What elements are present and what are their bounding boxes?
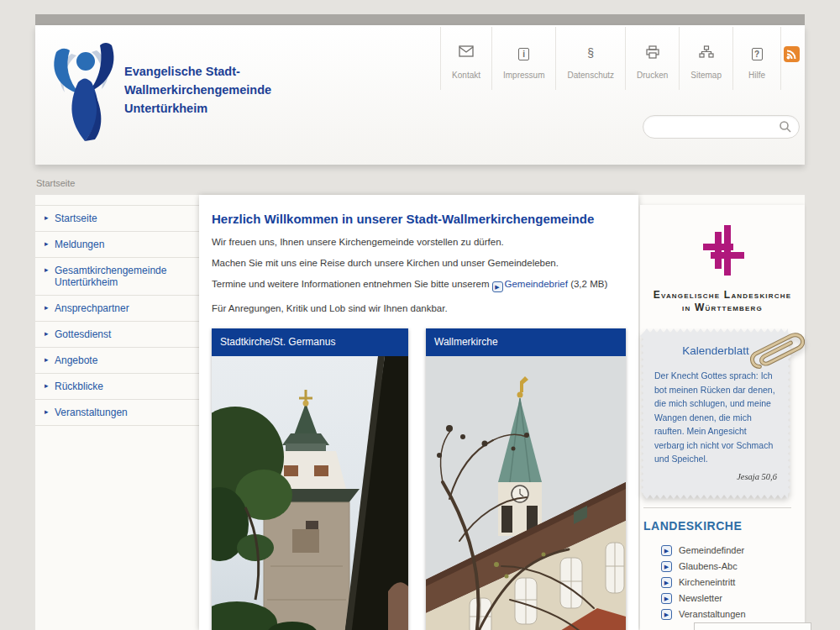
link-label: Kircheneintritt	[679, 577, 735, 587]
arrow-right-icon: ▸	[45, 380, 49, 391]
link-label: Glaubens-Abc	[679, 561, 738, 571]
sidebar-item-label: Angebote	[55, 354, 97, 366]
stadtkirche-photo	[212, 356, 408, 630]
play-link-icon: ▶	[492, 281, 503, 292]
gemeindebrief-prefix: Termine und weitere Informationen entneh…	[212, 279, 490, 289]
closing-paragraph: Für Anregungen, Kritik und Lob sind wir …	[212, 303, 626, 313]
sidebar-item-label: Startseite	[55, 213, 97, 224]
nav-drucken-label: Drucken	[637, 71, 668, 80]
site-title-line2: Wallmerkirchengemeinde	[124, 81, 301, 99]
landeskirche-logo-line2: in Württemberg	[640, 302, 805, 314]
nav-impressum[interactable]: i Impressum	[491, 27, 555, 90]
sidebar-item-ansprechpartner[interactable]: ▸Ansprechpartner	[35, 296, 199, 322]
sidebar-menu: ▸Startseite ▸Meldungen ▸Gesamtkirchengem…	[35, 205, 199, 426]
link-veranstaltungen[interactable]: ▶Veranstaltungen	[659, 609, 805, 620]
printer-icon	[637, 45, 668, 62]
sidebar-item-gottesdienst[interactable]: ▸Gottesdienst	[35, 322, 199, 348]
nav-datenschutz-label: Datenschutz	[567, 71, 614, 80]
page-title: Herzlich Willkommen in unserer Stadt-Wal…	[212, 212, 626, 226]
top-strip	[35, 14, 805, 25]
partial-widget	[694, 622, 811, 630]
sidebar-item-label: Ansprechpartner	[55, 302, 129, 314]
rss-icon[interactable]	[784, 46, 800, 62]
arrow-right-icon: ▸	[45, 406, 49, 417]
main-content: Herzlich Willkommen in unserer Stadt-Wal…	[199, 195, 638, 630]
wallmerkirche-card: Wallmerkirche	[426, 328, 626, 630]
nav-hilfe[interactable]: ? Hilfe	[732, 27, 781, 90]
info-icon: i	[503, 45, 544, 62]
kalenderblatt-verse: Der Knecht Gottes sprach: Ich bot meinen…	[654, 369, 777, 466]
zigzag-edge-top	[643, 328, 788, 333]
arrow-right-icon: ▸	[45, 328, 49, 339]
intro-paragraph-1: Wir freuen uns, Ihnen unsere Kirchengeme…	[212, 237, 626, 247]
nav-hilfe-label: Hilfe	[748, 71, 765, 80]
landeskirche-links: ▶Gemeindefinder ▶Glaubens-Abc ▶Kirchenei…	[659, 545, 805, 620]
stadtkirche-caption: Stadtkirche/St. Germanus	[212, 328, 408, 356]
sidebar-item-startseite[interactable]: ▸Startseite	[35, 206, 199, 232]
paperclip-icon	[743, 325, 827, 384]
sidebar-item-meldungen[interactable]: ▸Meldungen	[35, 232, 199, 258]
search-box	[643, 115, 800, 139]
link-label: Gemeindefinder	[679, 545, 744, 555]
intro-paragraph-2: Machen Sie mit uns eine Reise durch unse…	[212, 258, 626, 268]
page: Evangelische Stadt- Wallmerkirchengemein…	[0, 0, 840, 630]
link-label: Veranstaltungen	[679, 609, 746, 619]
wallmerkirche-photo	[426, 356, 626, 630]
sidebar-item-label: Veranstaltungen	[55, 407, 128, 418]
play-link-icon: ▶	[661, 609, 672, 620]
gemeindebrief-link[interactable]: Gemeindebrief	[505, 279, 568, 289]
search-input[interactable]	[643, 115, 800, 139]
kalenderblatt-source: Jesaja 50,6	[654, 472, 777, 481]
help-icon: ?	[744, 45, 769, 62]
utility-nav: Kontakt i Impressum § Datenschutz Drucke…	[440, 27, 781, 90]
play-link-icon: ▶	[661, 561, 672, 572]
zigzag-edge-left	[640, 333, 643, 495]
photo-row: Stadtkirche/St. Germanus	[212, 328, 626, 630]
link-kircheneintritt[interactable]: ▶Kircheneintritt	[659, 577, 805, 588]
nav-impressum-label: Impressum	[503, 71, 544, 80]
site-title-line1: Evangelische Stadt-	[124, 62, 301, 81]
zigzag-edge-bottom	[643, 495, 788, 499]
arrow-right-icon: ▸	[45, 354, 49, 365]
landeskirche-logo[interactable]: Evangelische Landeskirche in Württemberg	[640, 205, 805, 314]
nav-sitemap[interactable]: Sitemap	[679, 27, 732, 90]
parish-logo[interactable]	[46, 39, 123, 143]
paragraph-icon: §	[567, 45, 614, 62]
right-sidebar: Evangelische Landeskirche in Württemberg	[640, 205, 805, 630]
arrow-right-icon: ▸	[45, 238, 49, 249]
link-gemeindefinder[interactable]: ▶Gemeindefinder	[659, 545, 805, 556]
gemeindebrief-size: (3,2 MB)	[570, 279, 607, 289]
nav-kontakt[interactable]: Kontakt	[440, 27, 491, 90]
site-title[interactable]: Evangelische Stadt- Wallmerkirchengemein…	[124, 62, 301, 118]
wallmerkirche-caption: Wallmerkirche	[426, 328, 626, 356]
nav-kontakt-label: Kontakt	[452, 71, 480, 80]
site-header: Evangelische Stadt- Wallmerkirchengemein…	[35, 25, 805, 165]
link-newsletter[interactable]: ▶Newsletter	[659, 593, 805, 604]
landeskirche-logo-text: Evangelische Landeskirche in Württemberg	[640, 289, 805, 314]
sidebar-item-angebote[interactable]: ▸Angebote	[35, 348, 199, 374]
arrow-right-icon: ▸	[45, 264, 49, 276]
gemeindebrief-paragraph: Termine und weitere Informationen entneh…	[212, 279, 626, 292]
breadcrumb: Startseite	[36, 178, 75, 188]
link-glaubens-abc[interactable]: ▶Glaubens-Abc	[659, 561, 805, 572]
play-link-icon: ▶	[661, 577, 672, 588]
mail-icon	[452, 45, 480, 62]
sidebar-item-label: Gesamtkirchengemeinde Untertürkheim	[55, 265, 166, 288]
sidebar-item-gesamtkirchengemeinde[interactable]: ▸Gesamtkirchengemeinde Untertürkheim	[35, 258, 199, 296]
sidebar-item-veranstaltungen[interactable]: ▸Veranstaltungen	[35, 400, 199, 426]
sidebar-item-label: Gottesdienst	[55, 328, 111, 340]
link-label: Newsletter	[679, 593, 722, 603]
site-title-line3: Untertürkheim	[124, 99, 301, 118]
arrow-right-icon: ▸	[45, 302, 49, 313]
nav-datenschutz[interactable]: § Datenschutz	[555, 27, 625, 90]
arrow-right-icon: ▸	[45, 212, 49, 223]
kalenderblatt-widget: Kalenderblatt Der Knecht Gottes sprach: …	[643, 333, 788, 495]
landeskirche-heading: LANDESKIRCHE	[643, 519, 805, 533]
stadtkirche-card: Stadtkirche/St. Germanus	[212, 328, 408, 630]
sitemap-icon	[690, 45, 722, 62]
nav-drucken[interactable]: Drucken	[625, 27, 679, 90]
sidebar-item-rueckblicke[interactable]: ▸Rückblicke	[35, 374, 199, 400]
sidebar-item-label: Rückblicke	[55, 381, 103, 392]
search-icon[interactable]	[779, 120, 792, 134]
nav-sitemap-label: Sitemap	[690, 71, 722, 80]
